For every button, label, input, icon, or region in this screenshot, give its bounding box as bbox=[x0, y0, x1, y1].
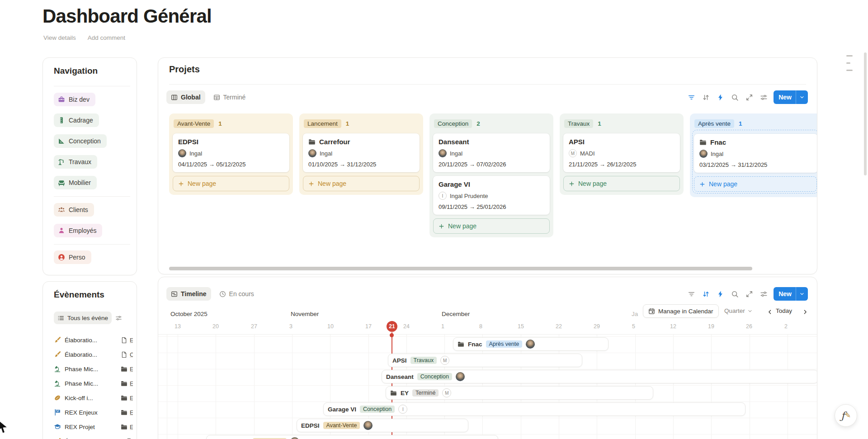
project-card-fnac[interactable]: Fnac Ingal 03/12/2025 → 31/12/2025 bbox=[694, 134, 817, 173]
avatar bbox=[526, 340, 535, 349]
event-item[interactable]: Phase Mic... E bbox=[54, 378, 133, 389]
manage-in-calendar-button[interactable]: Manage in Calendar bbox=[643, 304, 719, 318]
settings-icon[interactable] bbox=[760, 290, 768, 298]
bar-title: Garage VI bbox=[328, 406, 356, 413]
plus-icon bbox=[699, 181, 705, 187]
today-button[interactable]: Today bbox=[776, 307, 792, 314]
timeline-bar-garage-vi[interactable]: Garage VI Conception I bbox=[323, 402, 745, 416]
horizontal-scrollbar[interactable] bbox=[169, 267, 752, 270]
new-page-button[interactable]: New page bbox=[303, 176, 420, 191]
new-page-button[interactable]: New page bbox=[173, 176, 289, 191]
column-status-chip: Conception bbox=[434, 119, 472, 128]
timeline-month: December bbox=[442, 311, 470, 317]
new-page-label: New page bbox=[709, 180, 737, 188]
nav-label: Mobilier bbox=[69, 179, 91, 186]
card-person: MADI bbox=[580, 150, 595, 157]
column-count: 1 bbox=[218, 120, 222, 127]
chevron-down-icon[interactable] bbox=[799, 291, 805, 297]
event-item[interactable]: REX Projet E bbox=[54, 421, 133, 433]
person-circle-icon bbox=[58, 254, 65, 261]
nav-button-travaux[interactable]: Travaux bbox=[54, 155, 97, 169]
nav-button-employes[interactable]: Employés bbox=[54, 224, 102, 237]
settings-icon[interactable] bbox=[760, 94, 768, 101]
filter-icon[interactable] bbox=[688, 94, 695, 101]
card-dates: 04/11/2025 → 05/12/2025 bbox=[178, 161, 284, 168]
column-status-chip: Avant-Vente bbox=[174, 119, 214, 128]
view-options-icon[interactable] bbox=[115, 315, 122, 321]
tab-termine[interactable]: Terminé bbox=[209, 90, 250, 104]
expand-icon[interactable] bbox=[745, 290, 753, 298]
event-ref-text: C bbox=[130, 351, 133, 358]
event-item[interactable]: Phase Mic... E bbox=[54, 363, 133, 375]
sort-icon[interactable] bbox=[702, 94, 710, 101]
folder-icon bbox=[121, 409, 127, 416]
bolt-icon[interactable] bbox=[717, 290, 724, 298]
event-item[interactable]: Élaboratio... C bbox=[54, 349, 133, 360]
page-outline-indicator[interactable] bbox=[846, 70, 853, 71]
folder-icon bbox=[390, 390, 397, 397]
column-count: 1 bbox=[346, 120, 349, 127]
page-outline-indicator[interactable] bbox=[846, 55, 853, 57]
navigation-panel: Navigation Biz dev Cadrage Conception Tr… bbox=[42, 57, 137, 275]
timeline-bar-apsi[interactable]: APSI Travaux M bbox=[388, 354, 582, 367]
bolt-icon[interactable] bbox=[717, 94, 724, 101]
project-card-danseant[interactable]: Danseant Ingal 20/11/2025 → 07/02/2026 bbox=[433, 133, 550, 172]
add-comment-link[interactable]: Add comment bbox=[88, 34, 125, 41]
new-page-button[interactable]: New page bbox=[433, 218, 550, 234]
tab-timeline[interactable]: Timeline bbox=[166, 287, 211, 301]
vertical-scrollbar[interactable] bbox=[864, 52, 867, 175]
nav-button-conception[interactable]: Conception bbox=[54, 134, 107, 148]
tab-global[interactable]: Global bbox=[166, 90, 205, 104]
page-outline-indicator[interactable] bbox=[846, 62, 850, 64]
nav-button-cadrage[interactable]: Cadrage bbox=[54, 113, 99, 127]
kanban-column-apres-vente: Après vente 1 Fnac Ingal 03/12/2025 → 31… bbox=[690, 113, 817, 197]
projects-panel: Projets Global Terminé New Avant-Vente 1 bbox=[158, 57, 817, 274]
search-icon[interactable] bbox=[731, 94, 739, 101]
timeline-bar-ey[interactable]: EY Terminé M bbox=[386, 386, 653, 400]
timeline-icon bbox=[171, 291, 178, 297]
timeline-bar-carrefour[interactable]: Carrefour Lancement bbox=[206, 435, 498, 439]
event-item[interactable]: Élaboratio... bbox=[54, 435, 133, 439]
column-count: 2 bbox=[476, 120, 480, 127]
event-item[interactable]: Élaboratio... E bbox=[54, 334, 133, 346]
timeline-zoom-select[interactable]: Quarter bbox=[724, 307, 753, 314]
card-dates: 09/11/2025 → 25/01/2026 bbox=[439, 203, 544, 210]
timeline-month: October 2025 bbox=[170, 311, 208, 317]
today-dot bbox=[390, 333, 394, 337]
new-page-button[interactable]: New page bbox=[694, 176, 817, 192]
expand-icon[interactable] bbox=[745, 94, 753, 101]
new-page-button[interactable]: New page bbox=[563, 176, 680, 191]
view-details-link[interactable]: View details bbox=[43, 34, 76, 41]
filter-icon[interactable] bbox=[688, 290, 695, 298]
event-item[interactable]: REX Enjeux E bbox=[54, 406, 133, 418]
project-card-garage-vi[interactable]: Garage VI IIngal Prudente 09/11/2025 → 2… bbox=[433, 176, 550, 215]
timeline-bar-fnac[interactable]: Fnac Après vente bbox=[453, 337, 609, 351]
timeline-bar-danseant[interactable]: Danseant Conception bbox=[382, 370, 817, 383]
event-item[interactable]: Kick-off i... E bbox=[54, 392, 133, 404]
chevron-right-icon[interactable] bbox=[802, 309, 808, 315]
project-card-apsi[interactable]: APSI MMADI 21/11/2025 → 26/12/2025 bbox=[563, 133, 680, 172]
nav-button-clients[interactable]: Clients bbox=[54, 203, 94, 217]
timeline-bar-edpsi[interactable]: EDPSI Avant-Vente bbox=[297, 419, 468, 432]
project-card-carrefour[interactable]: Carrefour Ingal 01/10/2025 → 31/12/2025 bbox=[303, 133, 420, 172]
chevron-down-icon[interactable] bbox=[799, 94, 805, 100]
timeline-tick: 2 bbox=[784, 323, 788, 330]
nav-button-mobilier[interactable]: Mobilier bbox=[54, 176, 97, 189]
new-button[interactable]: New bbox=[774, 287, 808, 301]
chevron-left-icon[interactable] bbox=[767, 309, 773, 315]
timeline-tick: 27 bbox=[251, 323, 257, 330]
nav-button-perso[interactable]: Perso bbox=[54, 250, 91, 264]
search-icon[interactable] bbox=[731, 290, 739, 298]
board-icon bbox=[171, 94, 178, 101]
project-card-edpsi[interactable]: EDPSI Ingal 04/11/2025 → 05/12/2025 bbox=[173, 133, 289, 172]
scribble-pen-button[interactable]: ƒ✎ bbox=[835, 404, 857, 427]
timeline-tick: 5 bbox=[632, 323, 635, 330]
events-view-tab[interactable]: Tous les événe bbox=[54, 312, 112, 324]
plus-icon bbox=[569, 181, 575, 187]
nav-button-biz-dev[interactable]: Biz dev bbox=[54, 93, 95, 106]
football-icon bbox=[54, 394, 61, 401]
events-heading: Évènements bbox=[54, 290, 104, 300]
tab-en-cours[interactable]: En cours bbox=[215, 287, 259, 301]
new-button[interactable]: New bbox=[774, 90, 808, 104]
sort-icon[interactable] bbox=[702, 290, 710, 298]
